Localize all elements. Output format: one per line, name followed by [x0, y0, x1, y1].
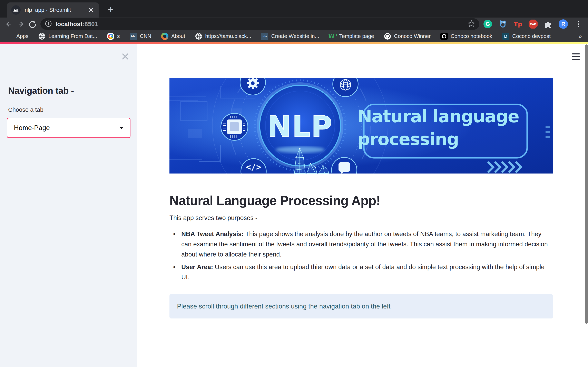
back-icon[interactable]: [3, 18, 15, 30]
bookmark-conoco-notebook[interactable]: Conoco notebook: [440, 33, 492, 40]
purpose-list: NBA Tweet Analysis: This page shows the …: [169, 229, 553, 282]
tab-title: nlp_app · Streamlit: [25, 7, 88, 13]
extensions-row: G Tp EAB R: [483, 19, 585, 29]
forward-icon[interactable]: [15, 18, 26, 30]
bookmark-learning-from-data[interactable]: Learning From Dat...: [38, 33, 97, 40]
bookmark-s[interactable]: s: [107, 33, 120, 40]
globe-icon: [38, 33, 45, 40]
svg-text:</>: </>: [246, 162, 261, 172]
browser-frame: nlp_app · Streamlit ✕ +: [0, 0, 588, 17]
profile-avatar[interactable]: R: [559, 19, 568, 29]
bookmark-cocono-devpost[interactable]: D Cocono devpost: [502, 33, 551, 40]
tds-icon: tds: [130, 33, 137, 40]
list-item: User Area: Users can use this area to up…: [169, 262, 553, 282]
bookmark-cnn[interactable]: tds CNN: [130, 33, 151, 40]
w3schools-icon: W³: [329, 33, 337, 40]
svg-text:NLP: NLP: [268, 110, 333, 143]
bookmarks-overflow-chevron[interactable]: »: [579, 33, 582, 40]
sidebar: Navigation tab - Choose a tab Home-Page: [0, 44, 137, 367]
grammarly-extension-icon[interactable]: G: [483, 19, 493, 29]
app-menu-hamburger-icon[interactable]: [572, 53, 580, 60]
bookmark-template-page[interactable]: W³ Template page: [329, 33, 374, 40]
eab-adblock-extension-icon[interactable]: EAB: [528, 19, 538, 29]
swirl-logo-icon: [161, 33, 168, 40]
intro-text: This app serves two purposes -: [169, 214, 553, 222]
vertical-scrollbar-thumb[interactable]: [585, 44, 588, 324]
github-icon: [384, 33, 391, 40]
browser-menu-icon[interactable]: [574, 19, 583, 29]
tp-extension-icon[interactable]: Tp: [513, 19, 523, 29]
reload-icon[interactable]: [26, 18, 38, 30]
streamlit-favicon-icon: [11, 5, 21, 15]
browser-toolbar: localhost:8501 G Tp EAB R: [0, 17, 588, 31]
info-alert: Please scroll through different sections…: [169, 294, 553, 318]
url-text[interactable]: localhost:8501: [56, 21, 467, 27]
chevron-down-icon: [119, 127, 124, 129]
google-icon: [107, 33, 114, 40]
extensions-puzzle-icon[interactable]: [544, 19, 553, 29]
sidebar-close-icon[interactable]: [122, 53, 129, 60]
select-label: Choose a tab: [8, 106, 137, 113]
sidebar-heading: Navigation tab -: [8, 86, 137, 96]
bookmark-create-website[interactable]: tds Create Websitte in...: [261, 33, 319, 40]
streamlit-app: Navigation tab - Choose a tab Home-Page: [0, 44, 588, 367]
nlp-banner-image: NLP: [169, 78, 553, 174]
selectbox-value: Home-Page: [14, 124, 119, 132]
apps-grid-icon: [6, 33, 13, 40]
bookmark-apps[interactable]: Apps: [6, 33, 28, 40]
bookmark-conoco-winner[interactable]: Conoco Winner: [384, 33, 431, 40]
new-tab-button[interactable]: +: [105, 4, 116, 15]
tds-icon: tds: [261, 33, 268, 40]
tab-close-icon[interactable]: ✕: [88, 6, 94, 14]
bookmarks-bar: Apps Learning From Dat... s tds CNN Abou…: [0, 31, 588, 42]
globe-icon: [195, 33, 202, 40]
svg-text:Natural language: Natural language: [358, 106, 519, 126]
owl-extension-icon[interactable]: [498, 19, 508, 29]
info-alert-text: Please scroll through different sections…: [177, 303, 390, 310]
page-title: Natural Language Processing App!: [169, 193, 553, 208]
github-dark-icon: [440, 33, 448, 40]
navigation-selectbox[interactable]: Home-Page: [7, 118, 130, 138]
list-item: NBA Tweet Analysis: This page shows the …: [169, 229, 553, 259]
bookmark-about[interactable]: About: [161, 33, 185, 40]
address-bar[interactable]: localhost:8501: [40, 18, 479, 30]
streamlit-decoration-bar: [0, 42, 588, 44]
site-info-icon[interactable]: [45, 20, 52, 28]
bookmark-star-icon[interactable]: [467, 20, 475, 28]
browser-tab[interactable]: nlp_app · Streamlit ✕: [7, 2, 99, 17]
bookmark-tamu-blackboard[interactable]: https://tamu.black...: [195, 33, 251, 40]
main-area: NLP: [137, 44, 588, 367]
devpost-icon: D: [502, 33, 509, 40]
chip-icon: [221, 113, 248, 140]
svg-text:processing: processing: [358, 129, 459, 149]
main-content: NLP: [169, 78, 553, 318]
